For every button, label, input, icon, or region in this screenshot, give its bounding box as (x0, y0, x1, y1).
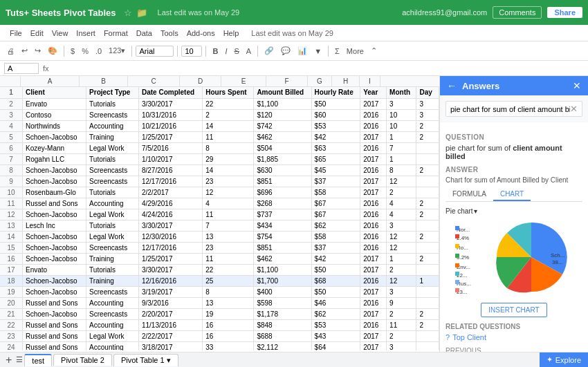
filter-btn[interactable]: ▼ (311, 46, 324, 57)
menu-insert[interactable]: Insert (72, 29, 100, 37)
cell[interactable]: $50 (311, 286, 360, 297)
cell[interactable]: Accounting (86, 198, 139, 209)
cell[interactable]: Contoso (23, 109, 86, 120)
cell[interactable]: Training (86, 253, 139, 264)
cell[interactable]: 7 (203, 220, 254, 231)
cell[interactable]: 2 (416, 209, 439, 220)
cell[interactable]: 2016 (360, 275, 387, 286)
table-row[interactable]: 23Russel and SonsLegal Work2/22/201716$6… (0, 330, 439, 341)
cell[interactable]: 2 (416, 198, 439, 209)
cell[interactable]: 3/30/2017 (138, 98, 202, 109)
menu-view[interactable]: View (48, 29, 73, 37)
cell[interactable]: Accounting (86, 341, 139, 350)
cell[interactable]: 12 (387, 231, 416, 242)
cell[interactable]: 7/5/2016 (138, 142, 202, 153)
insert-chart-button[interactable]: INSERT CHART (481, 303, 546, 317)
cell[interactable]: 2 (416, 253, 439, 264)
cell[interactable]: 9/3/2016 (138, 297, 202, 308)
cell[interactable]: 8 (203, 142, 254, 153)
cell[interactable]: $598 (254, 297, 311, 308)
cell[interactable]: Screencasts (86, 242, 139, 253)
menu-file[interactable]: File (6, 29, 26, 37)
cell[interactable]: Screencasts (86, 176, 139, 187)
cell[interactable]: Schoen-Jacobso (23, 131, 86, 142)
cell[interactable]: 2 (416, 131, 439, 142)
cell[interactable]: 2017 (360, 176, 387, 187)
cell[interactable]: $42 (311, 253, 360, 264)
related-item-0[interactable]: ? Top Client (445, 333, 582, 341)
explore-button[interactable]: ✦ Explore (540, 352, 588, 367)
cell[interactable]: 1 (387, 153, 416, 164)
cell[interactable]: 2 (387, 187, 416, 198)
cell[interactable]: $53 (311, 120, 360, 131)
cell[interactable]: 13 (203, 297, 254, 308)
cell[interactable]: 2016 (360, 198, 387, 209)
collapse-btn[interactable]: ⌃ (368, 45, 380, 57)
share-button[interactable]: Share (547, 7, 582, 18)
cell[interactable]: $67 (311, 209, 360, 220)
cell[interactable]: Schoen-Jacobso (23, 308, 86, 319)
table-row[interactable]: 19Schoen-JacobsoScreencasts3/19/20178$40… (0, 286, 439, 297)
cell[interactable]: $62 (311, 308, 360, 319)
cell[interactable]: $58 (311, 187, 360, 198)
cell[interactable]: 2 (203, 109, 254, 120)
cell[interactable]: 14 (203, 120, 254, 131)
comments-button[interactable]: Comments (493, 6, 542, 19)
cell[interactable]: $42 (311, 131, 360, 142)
cell[interactable]: Screencasts (86, 164, 139, 176)
cell[interactable]: 2017 (360, 330, 387, 341)
cell[interactable]: $64 (311, 341, 360, 350)
cell[interactable]: 11 (203, 253, 254, 264)
cell[interactable]: $50 (311, 264, 360, 275)
sheet-tab-pivot1[interactable]: Pivot Table 1 ▾ (113, 354, 178, 366)
cell[interactable]: 2 (416, 308, 439, 319)
cell[interactable]: 8/27/2016 (138, 164, 202, 176)
cell[interactable]: 2016 (360, 297, 387, 308)
cell[interactable]: 2/20/2017 (138, 308, 202, 319)
cell[interactable]: 29 (203, 153, 254, 164)
table-row[interactable]: 17EnvatoTutorials3/30/201722$1,100$50201… (0, 264, 439, 275)
col-header-c[interactable]: C (128, 76, 180, 86)
cell[interactable]: 10/21/2016 (138, 120, 202, 131)
formula-input[interactable] (52, 64, 584, 73)
strikethrough-btn[interactable]: S (231, 46, 241, 57)
cell[interactable]: 23 (203, 176, 254, 187)
cell[interactable]: Training (86, 131, 139, 142)
print-btn[interactable]: 🖨 (4, 46, 17, 57)
cell[interactable]: $1,885 (254, 153, 311, 164)
cell[interactable]: 25 (203, 275, 254, 286)
italic-btn[interactable]: I (222, 46, 230, 57)
cell[interactable]: $1,178 (254, 308, 311, 319)
cell[interactable]: Russel and Sons (23, 330, 86, 341)
cell[interactable]: Screencasts (86, 308, 139, 319)
cell[interactable]: 9 (387, 297, 416, 308)
cell[interactable]: 2017 (360, 308, 387, 319)
menu-edit[interactable]: Edit (26, 29, 48, 37)
cell[interactable]: $45 (311, 164, 360, 176)
table-row[interactable]: 24Russel and SonsAccounting3/18/201733$2… (0, 341, 439, 350)
col-header-b[interactable]: B (80, 76, 128, 86)
cell[interactable] (416, 220, 439, 231)
cell[interactable]: 3 (387, 341, 416, 350)
cell[interactable]: 2/2/2017 (138, 187, 202, 198)
cell[interactable]: 2016 (360, 209, 387, 220)
cell[interactable]: $53 (311, 319, 360, 330)
menu-addons[interactable]: Add-ons (183, 29, 219, 37)
menu-data[interactable]: Data (132, 29, 156, 37)
table-row[interactable]: 22Russel and SonsAccounting11/13/201616$… (0, 319, 439, 330)
col-header-a[interactable]: A (21, 76, 80, 86)
cell[interactable]: 1/25/2017 (138, 253, 202, 264)
col-header-e[interactable]: E (221, 76, 266, 86)
cell[interactable]: $1,100 (254, 98, 311, 109)
percent-btn[interactable]: % (79, 46, 91, 57)
cell[interactable]: 1/25/2017 (138, 131, 202, 142)
col-header-g[interactable]: G (308, 76, 332, 86)
cell[interactable]: Schoen-Jacobso (23, 253, 86, 264)
col-header-i[interactable]: I (360, 76, 380, 86)
cell[interactable]: 2 (387, 264, 416, 275)
table-row[interactable]: 15Schoen-JacobsoScreencasts12/17/201623$… (0, 242, 439, 253)
cell[interactable]: $754 (254, 231, 311, 242)
more-btn[interactable]: More (344, 46, 367, 57)
cell[interactable]: Tutorials (86, 153, 139, 164)
cell[interactable]: 11/13/2016 (138, 319, 202, 330)
